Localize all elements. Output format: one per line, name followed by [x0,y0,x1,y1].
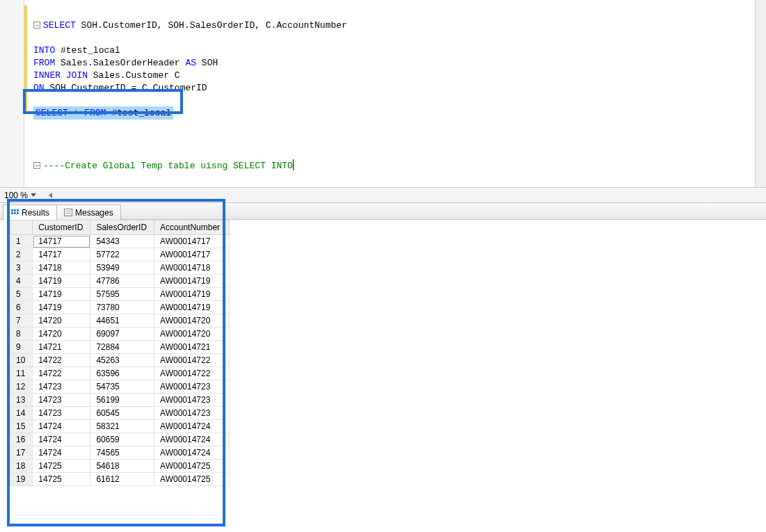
editor-vertical-scrollbar[interactable] [755,0,766,187]
row-number[interactable]: 10 [10,354,33,367]
cell-salesorderid[interactable]: 74565 [90,446,154,460]
fold-toggle-icon[interactable] [33,22,40,29]
col-header-salesorderid[interactable]: SalesOrderID [90,220,154,235]
cell-salesorderid[interactable]: 63596 [90,367,154,380]
table-row[interactable]: 131472356199AW00014723 [10,394,230,407]
cell-customerid[interactable]: 14719 [33,275,90,288]
row-number[interactable]: 19 [10,473,33,486]
row-number[interactable]: 1 [10,235,33,248]
row-number[interactable]: 13 [10,394,33,407]
cell-salesorderid[interactable]: 54343 [90,235,154,248]
table-row[interactable]: 61471973780AW00014719 [10,301,230,314]
table-row[interactable]: 21471757722AW00014717 [10,248,230,261]
cell-salesorderid[interactable]: 57722 [90,248,154,261]
cell-accountnumber[interactable]: AW00014723 [154,380,230,394]
cell-salesorderid[interactable]: 54618 [90,460,154,473]
cell-accountnumber[interactable]: AW00014718 [154,261,230,275]
cell-accountnumber[interactable]: AW00014719 [154,288,230,301]
col-header-customerid[interactable]: CustomerID [33,220,90,235]
cell-salesorderid[interactable]: 58321 [90,420,154,433]
cell-customerid[interactable]: 14720 [33,328,90,341]
selected-sql-line[interactable]: SELECT * FROM #test_local [33,106,173,120]
cell-accountnumber[interactable]: AW00014717 [154,235,230,248]
cell-customerid[interactable]: 14721 [33,341,90,354]
cell-customerid[interactable]: 14723 [33,407,90,420]
row-number[interactable]: 14 [10,407,33,420]
cell-customerid[interactable]: 14725 [33,460,90,473]
row-number[interactable]: 8 [10,328,33,341]
cell-salesorderid[interactable]: 60659 [90,433,154,446]
table-row[interactable]: 51471957595AW00014719 [10,288,230,301]
cell-accountnumber[interactable]: AW00014722 [154,367,230,380]
cell-accountnumber[interactable]: AW00014724 [154,433,230,446]
chevron-down-icon[interactable] [31,193,36,197]
cell-customerid[interactable]: 14723 [33,394,90,407]
cell-customerid[interactable]: 14717 [33,248,90,261]
row-number[interactable]: 12 [10,380,33,394]
table-row[interactable]: 91472172884AW00014721 [10,341,230,354]
cell-salesorderid[interactable]: 44651 [90,314,154,328]
table-row[interactable]: 31471853949AW00014718 [10,261,230,275]
sql-editor-pane[interactable]: SELECT SOH.CustomerID, SOH.SalesOrderID,… [0,0,766,188]
cell-customerid[interactable]: 14724 [33,420,90,433]
tab-results[interactable]: Results [3,204,57,220]
row-number[interactable]: 16 [10,433,33,446]
cell-salesorderid[interactable]: 60545 [90,407,154,420]
table-row[interactable]: 151472458321AW00014724 [10,420,230,433]
cell-salesorderid[interactable]: 47786 [90,275,154,288]
cell-accountnumber[interactable]: AW00014719 [154,301,230,314]
cell-salesorderid[interactable]: 69097 [90,328,154,341]
cell-salesorderid[interactable]: 61612 [90,473,154,486]
cell-accountnumber[interactable]: AW00014724 [154,446,230,460]
row-number[interactable]: 7 [10,314,33,328]
tab-messages[interactable]: Messages [56,204,121,220]
cell-accountnumber[interactable]: AW00014719 [154,275,230,288]
row-number[interactable]: 9 [10,341,33,354]
cell-accountnumber[interactable]: AW00014720 [154,314,230,328]
row-number[interactable]: 4 [10,275,33,288]
row-number[interactable]: 6 [10,301,33,314]
cell-customerid[interactable]: 14720 [33,314,90,328]
cell-customerid[interactable]: 14723 [33,380,90,394]
cell-salesorderid[interactable]: 53949 [90,261,154,275]
table-row[interactable]: 171472474565AW00014724 [10,446,230,460]
editor-hscroll-start-icon[interactable] [45,193,52,198]
cell-salesorderid[interactable]: 56199 [90,394,154,407]
cell-customerid[interactable]: 14722 [33,367,90,380]
cell-customerid[interactable]: 14719 [33,288,90,301]
cell-salesorderid[interactable]: 45263 [90,354,154,367]
cell-accountnumber[interactable]: AW00014722 [154,354,230,367]
results-grid[interactable]: CustomerID SalesOrderID AccountNumber 11… [10,220,230,486]
row-number[interactable]: 18 [10,460,33,473]
cell-customerid[interactable]: 14717 [33,235,90,248]
cell-salesorderid[interactable]: 72884 [90,341,154,354]
cell-accountnumber[interactable]: AW00014721 [154,341,230,354]
table-row[interactable]: 71472044651AW00014720 [10,314,230,328]
cell-customerid[interactable]: 14725 [33,473,90,486]
cell-customerid[interactable]: 14722 [33,354,90,367]
table-row[interactable]: 141472360545AW00014723 [10,407,230,420]
table-row[interactable]: 41471947786AW00014719 [10,275,230,288]
zoom-combo[interactable]: 100 % [4,191,36,200]
table-row[interactable]: 81472069097AW00014720 [10,328,230,341]
row-number[interactable]: 2 [10,248,33,261]
row-number[interactable]: 17 [10,446,33,460]
row-number[interactable]: 3 [10,261,33,275]
cell-salesorderid[interactable]: 73780 [90,301,154,314]
row-number[interactable]: 5 [10,288,33,301]
code-text[interactable]: SELECT SOH.CustomerID, SOH.SalesOrderID,… [33,7,752,185]
cell-customerid[interactable]: 14724 [33,446,90,460]
cell-accountnumber[interactable]: AW00014723 [154,407,230,420]
cell-accountnumber[interactable]: AW00014725 [154,473,230,486]
table-row[interactable]: 111472263596AW00014722 [10,367,230,380]
col-header-accountnumber[interactable]: AccountNumber [154,220,230,235]
fold-toggle-icon[interactable] [33,162,40,169]
cell-accountnumber[interactable]: AW00014717 [154,248,230,261]
cell-customerid[interactable]: 14718 [33,261,90,275]
cell-customerid[interactable]: 14719 [33,301,90,314]
row-header-blank[interactable] [10,220,33,235]
cell-accountnumber[interactable]: AW00014720 [154,328,230,341]
table-row[interactable]: 11471754343AW00014717 [10,235,230,248]
cell-accountnumber[interactable]: AW00014723 [154,394,230,407]
table-row[interactable]: 161472460659AW00014724 [10,433,230,446]
